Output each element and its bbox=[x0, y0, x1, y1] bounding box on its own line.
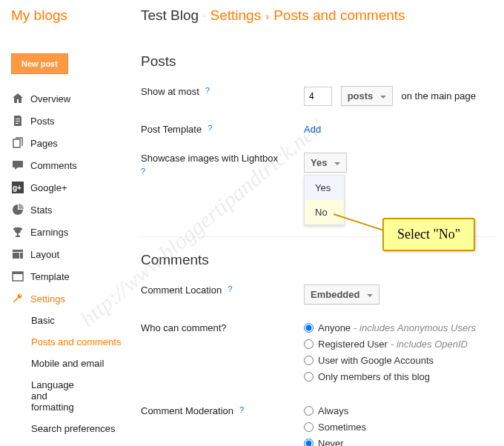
nav-label: Overview bbox=[30, 93, 70, 104]
show-unit-dropdown[interactable]: posts bbox=[341, 86, 393, 106]
chevron-right-icon: › bbox=[265, 10, 269, 22]
radio-members[interactable] bbox=[304, 372, 314, 382]
template-icon bbox=[11, 270, 24, 283]
house-icon bbox=[11, 92, 24, 105]
dropdown-value: Yes bbox=[311, 157, 327, 168]
nav-earnings[interactable]: Earnings bbox=[11, 221, 133, 243]
radio-google[interactable] bbox=[304, 356, 314, 365]
breadcrumb-blog: Test Blog bbox=[141, 7, 199, 24]
sidebar: My blogs New post Overview Posts Pages C… bbox=[7, 7, 133, 446]
subnav-language[interactable]: Language and formatting bbox=[11, 374, 93, 418]
radio-label: Registered User bbox=[318, 339, 388, 350]
radio-anyone[interactable] bbox=[304, 323, 314, 333]
help-icon[interactable]: ? bbox=[208, 124, 212, 133]
section-comments-title: Comments bbox=[141, 252, 497, 268]
speech-bubble-icon bbox=[11, 159, 24, 172]
radio-never[interactable] bbox=[304, 439, 314, 446]
trophy-icon bbox=[11, 225, 24, 239]
layout-icon bbox=[11, 247, 24, 261]
breadcrumb-page: Posts and comments bbox=[273, 7, 405, 24]
dropdown-option-no[interactable]: No bbox=[305, 200, 344, 224]
lightbox-dropdown[interactable]: Yes bbox=[304, 153, 347, 173]
radio-label: Sometimes bbox=[318, 422, 366, 433]
nav-label: Stats bbox=[30, 204, 53, 216]
help-icon[interactable]: ? bbox=[239, 405, 244, 414]
lightbox-dropdown-panel: Yes No bbox=[304, 175, 345, 225]
radio-label: User with Google Accounts bbox=[318, 355, 434, 366]
radio-label: Always bbox=[318, 405, 348, 416]
svg-text:g+: g+ bbox=[13, 184, 21, 192]
subnav-search-prefs[interactable]: Search preferences bbox=[11, 418, 133, 439]
dropdown-value: posts bbox=[348, 90, 374, 101]
dropdown-option-yes[interactable]: Yes bbox=[305, 176, 344, 200]
subnav-mobile-email[interactable]: Mobile and email bbox=[11, 353, 133, 374]
label-moderation: Comment Moderation bbox=[141, 405, 233, 416]
nav-label: Layout bbox=[30, 249, 59, 260]
label-post-template: Post Template bbox=[141, 124, 202, 135]
document-icon bbox=[11, 114, 24, 127]
label-who-comment: Who can comment? bbox=[141, 322, 227, 333]
radio-label: Only members of this blog bbox=[318, 371, 430, 382]
nav-posts[interactable]: Posts bbox=[11, 110, 133, 132]
radio-label: Anyone bbox=[318, 322, 351, 333]
nav-label: Template bbox=[30, 271, 70, 282]
chevron-down-icon bbox=[367, 294, 373, 297]
radio-note: - includes OpenID bbox=[391, 339, 468, 350]
nav-stats[interactable]: Stats bbox=[11, 199, 133, 221]
pie-chart-icon bbox=[11, 203, 24, 216]
trail-text: on the main page bbox=[402, 90, 476, 101]
comment-location-dropdown[interactable]: Embedded bbox=[304, 284, 379, 304]
nav-label: Google+ bbox=[30, 182, 67, 193]
help-icon[interactable]: ? bbox=[205, 86, 210, 95]
svg-rect-5 bbox=[20, 253, 23, 259]
nav-label: Pages bbox=[30, 138, 58, 149]
breadcrumb-settings[interactable]: Settings bbox=[210, 7, 262, 24]
wrench-icon bbox=[11, 292, 24, 305]
add-template-link[interactable]: Add bbox=[304, 124, 321, 135]
svg-rect-7 bbox=[13, 272, 23, 274]
new-post-button[interactable]: New post bbox=[11, 53, 68, 74]
nav-layout[interactable]: Layout bbox=[11, 243, 133, 265]
help-icon[interactable]: ? bbox=[141, 167, 304, 176]
breadcrumb: Test Blog · Settings › Posts and comment… bbox=[141, 7, 497, 24]
svg-rect-3 bbox=[13, 250, 23, 252]
show-at-most-input[interactable] bbox=[304, 87, 332, 106]
chevron-down-icon bbox=[380, 96, 386, 99]
label-show-at-most: Show at most bbox=[141, 86, 199, 97]
subnav-other[interactable]: Other bbox=[11, 439, 133, 446]
dropdown-value: Embedded bbox=[311, 289, 359, 300]
subnav-basic[interactable]: Basic bbox=[11, 310, 133, 331]
svg-rect-0 bbox=[13, 139, 20, 147]
label-comment-location: Comment Location bbox=[141, 284, 222, 296]
radio-label: Never bbox=[318, 438, 344, 446]
nav-comments[interactable]: Comments bbox=[11, 154, 133, 176]
nav-template[interactable]: Template bbox=[11, 265, 133, 287]
nav-overview[interactable]: Overview bbox=[11, 87, 133, 110]
chevron-down-icon bbox=[334, 162, 340, 165]
nav-label: Comments bbox=[30, 160, 77, 171]
separator-dot-icon: · bbox=[203, 10, 205, 21]
radio-always[interactable] bbox=[304, 406, 314, 416]
nav-label: Posts bbox=[30, 116, 55, 127]
nav-settings[interactable]: Settings bbox=[11, 287, 133, 310]
label-lightbox: Showcase images with Lightbox bbox=[141, 153, 278, 164]
annotation-callout: Select "No" bbox=[382, 218, 475, 251]
svg-rect-4 bbox=[13, 253, 19, 259]
nav-pages[interactable]: Pages bbox=[11, 132, 133, 154]
google-plus-icon: g+ bbox=[11, 181, 24, 194]
nav-googleplus[interactable]: g+ Google+ bbox=[11, 176, 133, 199]
help-icon[interactable]: ? bbox=[228, 284, 232, 293]
radio-registered[interactable] bbox=[304, 339, 314, 349]
radio-note: - includes Anonymous Users bbox=[354, 322, 476, 333]
brand-link[interactable]: My blogs bbox=[11, 7, 133, 24]
nav-label: Settings bbox=[30, 293, 65, 304]
pages-icon bbox=[11, 136, 24, 150]
subnav-posts-comments[interactable]: Posts and comments bbox=[11, 331, 133, 353]
radio-sometimes[interactable] bbox=[304, 422, 314, 432]
section-posts-title: Posts bbox=[141, 53, 497, 70]
nav-label: Earnings bbox=[30, 227, 68, 238]
